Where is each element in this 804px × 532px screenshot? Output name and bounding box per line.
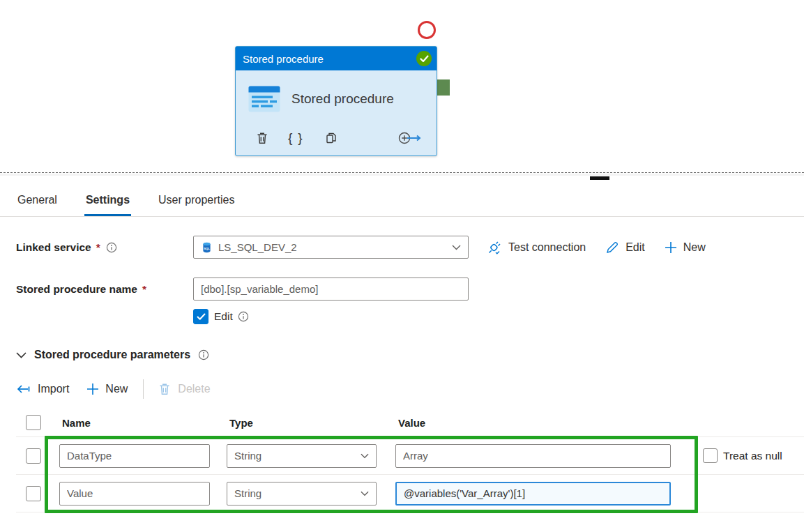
panel-resize-handle[interactable] — [590, 176, 609, 180]
row-checkbox[interactable] — [26, 486, 41, 501]
treat-as-null-group: Treat as null — [703, 448, 782, 463]
stored-procedure-name-row: Stored procedure name * — [16, 278, 804, 301]
chevron-down-icon — [361, 453, 369, 459]
treat-as-null-checkbox[interactable] — [703, 448, 718, 463]
treat-as-null-label: Treat as null — [723, 450, 782, 462]
parameters-table: Name Type Value String — [16, 409, 804, 512]
plus-icon — [665, 241, 677, 254]
parameters-table-header: Name Type Value — [16, 409, 804, 436]
canvas-panel-divider — [0, 172, 804, 173]
parameter-row-value: String — [16, 474, 804, 512]
edit-checkbox[interactable] — [193, 309, 208, 324]
properties-tabs: General Settings User properties — [0, 178, 804, 217]
tab-user-properties[interactable]: User properties — [157, 188, 236, 216]
adf-pipeline-editor: Stored procedure — [0, 0, 804, 532]
chevron-down-icon — [452, 245, 461, 250]
required-asterisk: * — [142, 283, 146, 296]
plus-icon — [86, 383, 99, 395]
parameter-row-datatype: String Treat as null — [16, 436, 804, 474]
panel-top-edge — [0, 174, 804, 176]
chevron-down-icon — [361, 491, 369, 496]
activity-name-label: Stored procedure — [291, 91, 394, 107]
parameters-toolbar: Import New Delete — [16, 379, 804, 399]
stored-procedure-name-input[interactable] — [193, 278, 469, 301]
parameter-name-input[interactable] — [59, 482, 210, 506]
import-parameters-button[interactable]: Import — [16, 383, 69, 395]
delete-parameter-button[interactable]: Delete — [158, 382, 210, 396]
header-name: Name — [59, 417, 227, 429]
pencil-icon — [605, 241, 619, 254]
info-icon — [106, 242, 117, 253]
edit-checkbox-label: Edit — [214, 310, 249, 323]
activity-node-toolbar: { } — [236, 130, 437, 156]
stored-procedure-activity-node[interactable]: Stored procedure — [235, 46, 437, 156]
header-value: Value — [395, 417, 671, 429]
activity-node-header[interactable]: Stored procedure — [236, 47, 437, 70]
activity-node-body: Stored procedure { } — [236, 70, 437, 156]
stored-procedure-parameters-section[interactable]: Stored procedure parameters — [16, 349, 804, 361]
tab-settings[interactable]: Settings — [84, 188, 131, 216]
row-checkbox[interactable] — [26, 448, 41, 464]
parameter-value-input[interactable] — [395, 444, 671, 468]
toolbar-separator — [143, 379, 144, 399]
plug-icon — [487, 240, 502, 255]
linked-service-value: LS_SQL_DEV_2 — [218, 241, 446, 253]
linked-service-label: Linked service * — [16, 241, 193, 254]
edit-checkbox-row: Edit — [193, 309, 804, 324]
copy-activity-icon[interactable] — [324, 131, 338, 145]
new-parameter-button[interactable]: New — [86, 383, 128, 395]
parameter-type-dropdown[interactable]: String — [227, 444, 377, 468]
select-all-checkbox[interactable] — [26, 415, 41, 430]
add-output-connection-icon[interactable] — [397, 131, 423, 145]
success-checkmark-icon — [416, 51, 432, 66]
annotation-red-circle — [418, 21, 436, 39]
activity-properties-panel: General Settings User properties Linked … — [0, 178, 804, 532]
parameter-name-input[interactable] — [59, 444, 210, 468]
header-type: Type — [227, 417, 395, 429]
stored-procedure-icon — [248, 86, 280, 112]
stored-procedure-name-label: Stored procedure name * — [16, 283, 193, 296]
linked-service-dropdown[interactable]: SQL LS_SQL_DEV_2 — [193, 236, 469, 259]
tab-general[interactable]: General — [16, 188, 59, 216]
info-icon — [238, 311, 249, 322]
info-icon — [198, 349, 209, 360]
trash-icon — [158, 382, 172, 396]
sql-database-icon: SQL — [201, 241, 213, 254]
edit-linked-service-button[interactable]: Edit — [605, 241, 645, 254]
parameter-type-dropdown[interactable]: String — [227, 482, 377, 506]
chevron-down-icon — [16, 352, 26, 358]
delete-activity-icon[interactable] — [255, 131, 269, 145]
parameter-value-input-focused[interactable] — [395, 482, 671, 506]
required-asterisk: * — [96, 241, 100, 254]
svg-text:SQL: SQL — [204, 247, 210, 250]
linked-service-row: Linked service * SQL LS_SQL_DEV_2 — [16, 236, 804, 259]
activity-output-port[interactable] — [436, 79, 450, 96]
import-arrow-icon — [16, 383, 31, 395]
test-connection-button[interactable]: Test connection — [487, 240, 586, 255]
new-linked-service-button[interactable]: New — [665, 241, 706, 254]
activity-node-header-title: Stored procedure — [243, 53, 324, 65]
code-braces-icon[interactable]: { } — [288, 130, 304, 146]
pipeline-canvas[interactable]: Stored procedure — [0, 0, 804, 172]
parameters-table-rows: String Treat as null — [16, 436, 804, 512]
